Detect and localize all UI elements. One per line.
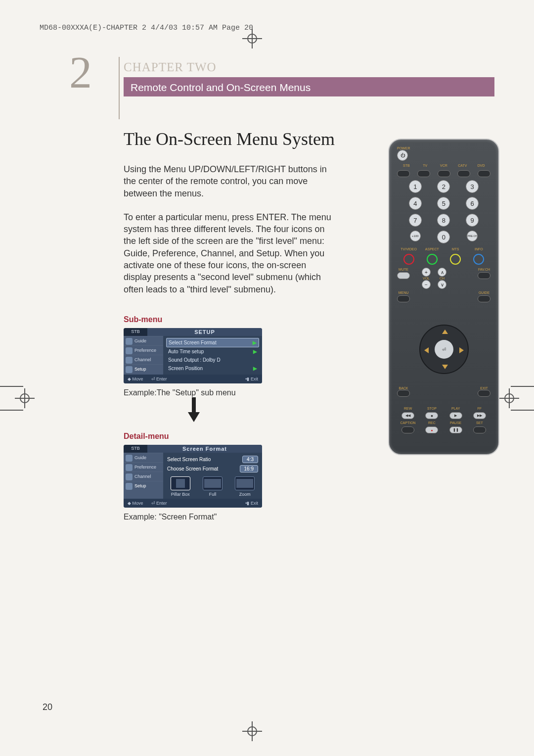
digit-4-button[interactable]: 4 <box>409 197 422 210</box>
ch-down-button[interactable]: ∨ <box>438 280 446 289</box>
device-button-catv[interactable] <box>457 170 470 177</box>
mts-button[interactable] <box>450 254 461 265</box>
caption-button[interactable] <box>401 426 414 433</box>
mute-button[interactable] <box>397 272 410 279</box>
rec-button[interactable]: ● <box>425 426 438 433</box>
device-label-vcr: VCR <box>435 164 453 167</box>
down-arrow-icon <box>188 412 371 422</box>
channel-icon <box>126 473 133 480</box>
label-tvvideo: TV/VIDEO <box>397 247 420 251</box>
registration-mark-top <box>242 29 262 48</box>
footer-enter: ⏎ Enter <box>151 501 167 506</box>
pause-label: PAUSE <box>450 421 461 425</box>
mute-label: MUTE <box>399 268 408 271</box>
ch-up-button[interactable]: ∧ <box>438 268 446 277</box>
device-button-dvd[interactable] <box>478 170 490 177</box>
pause-button[interactable]: ❚❚ <box>449 426 462 433</box>
digit-9-button[interactable]: 9 <box>466 214 479 227</box>
format-zoom: Zoom <box>231 476 259 497</box>
play-button[interactable]: ▶ <box>449 412 462 419</box>
caption-detail: Example: "Screen Format" <box>124 513 371 521</box>
aspect-button[interactable] <box>427 254 438 265</box>
favch-label: FAV.CH <box>478 268 490 271</box>
guide-icon <box>126 338 133 345</box>
footer-exit: •▮ Exit <box>245 501 258 506</box>
stop-button[interactable]: ■ <box>425 412 438 419</box>
digit-5-button[interactable]: 5 <box>437 197 450 210</box>
set-button[interactable] <box>473 426 486 433</box>
label-info: INFO <box>467 247 490 251</box>
vol-label: VOL <box>422 277 431 280</box>
section-heading: The On-Screen Menu System <box>124 129 371 149</box>
side-item-guide: Guide <box>124 336 163 345</box>
label-mts: MTS <box>444 247 467 251</box>
value-16-9: 16:9 <box>240 465 258 472</box>
digit-7-button[interactable]: 7 <box>409 214 422 227</box>
favch-button[interactable] <box>478 272 490 279</box>
device-button-vcr[interactable] <box>438 170 450 177</box>
guide-button[interactable] <box>478 295 490 302</box>
plus-100-button[interactable]: +100 <box>410 231 421 241</box>
device-label-tv: TV <box>416 164 435 167</box>
dpad[interactable]: ⏎ <box>419 325 469 374</box>
arrow-right-icon <box>459 347 464 353</box>
side-item-setup: Setup <box>124 481 163 490</box>
rew-button[interactable]: ◀◀ <box>401 412 414 419</box>
vol-up-button[interactable]: + <box>422 268 431 277</box>
header-divider <box>119 57 120 119</box>
play-label: PLAY <box>451 407 460 410</box>
vol-down-button[interactable]: − <box>422 280 431 289</box>
intro-paragraph-2: To enter a particular menu, press ENTER.… <box>124 211 336 295</box>
menu-label: MENU <box>399 291 409 294</box>
menu-row-screen-position: Screen Position ▶ <box>166 364 259 373</box>
enter-button[interactable]: ⏎ <box>435 340 453 359</box>
rec-label: REC <box>428 421 436 425</box>
row-select-screen-ratio: Select Screen Ratio 4:3 <box>166 455 259 464</box>
label-aspect: ASPECT <box>420 247 444 251</box>
exit-button[interactable] <box>478 390 490 397</box>
channel-icon <box>126 357 133 364</box>
arrow-down-icon <box>442 365 448 369</box>
intro-paragraph-1: Using the Menu UP/DOWN/LEFT/RIGHT button… <box>124 163 336 199</box>
device-label-stb: STB <box>397 164 416 167</box>
device-button-stb[interactable] <box>397 170 410 177</box>
info-button[interactable] <box>473 254 484 265</box>
footer-exit: •▮ Exit <box>245 377 258 381</box>
format-full: Full <box>198 476 226 497</box>
chapter-subtitle: Remote Control and On-Screen Menus <box>124 79 494 96</box>
stb-tab: STB <box>124 328 147 336</box>
arrow-right-icon: ▶ <box>253 349 257 354</box>
side-item-setup: Setup <box>124 364 163 374</box>
digit-1-button[interactable]: 1 <box>409 180 422 193</box>
caption-label: CAPTION <box>400 421 416 425</box>
tvvideo-button[interactable] <box>403 254 414 265</box>
back-label: BACK <box>397 386 410 390</box>
device-label-dvd: DVD <box>472 164 490 167</box>
footer-move: ◆ Move <box>128 377 143 381</box>
power-button[interactable]: ⏻ <box>397 150 408 161</box>
device-button-tv[interactable] <box>417 170 430 177</box>
digit-6-button[interactable]: 6 <box>466 197 479 210</box>
setup-icon <box>126 366 133 373</box>
digit-3-button[interactable]: 3 <box>466 180 479 193</box>
page-number: 20 <box>43 702 52 712</box>
detail-menu-label: Detail-menu <box>124 432 371 441</box>
side-item-channel: Channel <box>124 355 163 364</box>
footer-move: ◆ Move <box>128 501 143 506</box>
digit-8-button[interactable]: 8 <box>437 214 450 227</box>
side-item-preference: Preference <box>124 345 163 355</box>
menu-button[interactable] <box>397 295 410 302</box>
setup-icon <box>126 483 133 490</box>
setup-menu-title: SETUP <box>147 328 262 336</box>
pre-ch-button[interactable]: PRE-CH <box>467 231 478 241</box>
digit-0-button[interactable]: 0 <box>437 231 450 243</box>
side-item-preference: Preference <box>124 462 163 472</box>
stop-label: STOP <box>427 407 437 410</box>
footer-enter: ⏎ Enter <box>151 377 167 381</box>
submenu-label: Sub-menu <box>124 315 371 324</box>
ff-button[interactable]: ▶▶ <box>473 412 486 419</box>
stb-tab: STB <box>124 445 147 453</box>
digit-2-button[interactable]: 2 <box>437 180 450 193</box>
arrow-right-icon: ▶ <box>253 366 257 371</box>
back-button[interactable] <box>397 390 410 397</box>
